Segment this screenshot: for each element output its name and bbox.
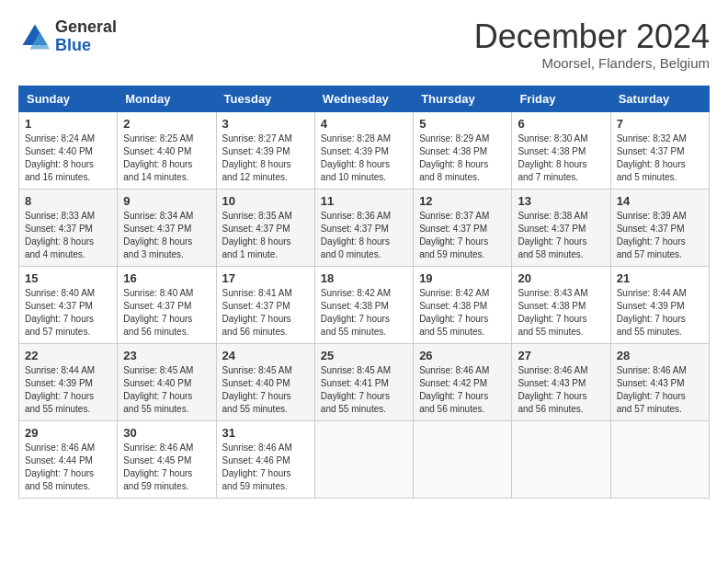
logo-icon	[18, 20, 51, 53]
calendar-week-row: 22Sunrise: 8:44 AMSunset: 4:39 PMDayligh…	[19, 343, 710, 420]
logo: General Blue	[18, 18, 117, 55]
day-info: Sunrise: 8:37 AMSunset: 4:37 PMDaylight:…	[419, 210, 506, 261]
weekday-header-monday: Monday	[118, 86, 216, 111]
day-number: 1	[25, 117, 111, 131]
day-number: 4	[321, 117, 407, 131]
calendar-cell: 15Sunrise: 8:40 AMSunset: 4:37 PMDayligh…	[19, 266, 118, 343]
day-number: 24	[222, 349, 309, 362]
day-number: 3	[222, 117, 309, 131]
day-info: Sunrise: 8:45 AMSunset: 4:40 PMDaylight:…	[123, 364, 210, 416]
day-number: 10	[222, 194, 309, 208]
day-number: 14	[617, 194, 703, 208]
day-info: Sunrise: 8:29 AMSunset: 4:38 PMDaylight:…	[419, 132, 506, 184]
calendar-cell: 22Sunrise: 8:44 AMSunset: 4:39 PMDayligh…	[19, 343, 118, 420]
day-info: Sunrise: 8:41 AMSunset: 4:37 PMDaylight:…	[222, 287, 309, 339]
calendar-cell: 5Sunrise: 8:29 AMSunset: 4:38 PMDaylight…	[414, 111, 512, 189]
day-number: 13	[518, 194, 604, 208]
day-info: Sunrise: 8:46 AMSunset: 4:45 PMDaylight:…	[123, 442, 210, 493]
day-info: Sunrise: 8:42 AMSunset: 4:38 PMDaylight:…	[321, 287, 407, 339]
day-info: Sunrise: 8:24 AMSunset: 4:40 PMDaylight:…	[25, 132, 111, 184]
calendar-cell: 14Sunrise: 8:39 AMSunset: 4:37 PMDayligh…	[610, 189, 709, 266]
day-number: 11	[321, 194, 407, 208]
weekday-header-thursday: Thursday	[414, 86, 512, 111]
calendar-cell	[610, 420, 709, 498]
day-number: 27	[518, 349, 604, 362]
calendar-week-row: 15Sunrise: 8:40 AMSunset: 4:37 PMDayligh…	[19, 266, 710, 343]
month-title: December 2024	[474, 18, 710, 55]
title-area: December 2024 Moorsel, Flanders, Belgium	[474, 18, 710, 71]
day-info: Sunrise: 8:45 AMSunset: 4:41 PMDaylight:…	[321, 364, 407, 416]
calendar-cell: 25Sunrise: 8:45 AMSunset: 4:41 PMDayligh…	[314, 343, 413, 420]
calendar-table: SundayMondayTuesdayWednesdayThursdayFrid…	[18, 86, 710, 499]
calendar-cell: 19Sunrise: 8:42 AMSunset: 4:38 PMDayligh…	[414, 266, 512, 343]
day-number: 17	[222, 271, 309, 285]
calendar-cell	[314, 420, 413, 498]
calendar-cell: 2Sunrise: 8:25 AMSunset: 4:40 PMDaylight…	[118, 111, 216, 189]
calendar-cell	[414, 420, 512, 498]
day-number: 31	[222, 426, 309, 440]
day-number: 16	[123, 271, 210, 285]
day-number: 22	[25, 349, 111, 362]
calendar-cell: 30Sunrise: 8:46 AMSunset: 4:45 PMDayligh…	[118, 420, 216, 498]
calendar-week-row: 1Sunrise: 8:24 AMSunset: 4:40 PMDaylight…	[19, 111, 710, 189]
day-info: Sunrise: 8:30 AMSunset: 4:38 PMDaylight:…	[518, 132, 604, 184]
day-info: Sunrise: 8:42 AMSunset: 4:38 PMDaylight:…	[419, 287, 506, 339]
calendar-week-row: 8Sunrise: 8:33 AMSunset: 4:37 PMDaylight…	[19, 189, 710, 266]
day-info: Sunrise: 8:43 AMSunset: 4:38 PMDaylight:…	[518, 287, 604, 339]
calendar-cell: 4Sunrise: 8:28 AMSunset: 4:39 PMDaylight…	[314, 111, 413, 189]
calendar-cell: 6Sunrise: 8:30 AMSunset: 4:38 PMDaylight…	[512, 111, 610, 189]
day-number: 15	[25, 271, 111, 285]
day-info: Sunrise: 8:33 AMSunset: 4:37 PMDaylight:…	[25, 210, 111, 261]
day-info: Sunrise: 8:46 AMSunset: 4:43 PMDaylight:…	[617, 364, 703, 416]
day-info: Sunrise: 8:28 AMSunset: 4:39 PMDaylight:…	[321, 132, 407, 184]
day-info: Sunrise: 8:34 AMSunset: 4:37 PMDaylight:…	[123, 210, 210, 261]
day-info: Sunrise: 8:45 AMSunset: 4:40 PMDaylight:…	[222, 364, 309, 416]
calendar-cell: 1Sunrise: 8:24 AMSunset: 4:40 PMDaylight…	[19, 111, 118, 189]
calendar-cell: 29Sunrise: 8:46 AMSunset: 4:44 PMDayligh…	[19, 420, 118, 498]
calendar-cell: 23Sunrise: 8:45 AMSunset: 4:40 PMDayligh…	[118, 343, 216, 420]
calendar-cell: 10Sunrise: 8:35 AMSunset: 4:37 PMDayligh…	[216, 189, 314, 266]
calendar-cell: 24Sunrise: 8:45 AMSunset: 4:40 PMDayligh…	[216, 343, 314, 420]
day-number: 20	[518, 271, 604, 285]
weekday-header-friday: Friday	[512, 86, 610, 111]
day-info: Sunrise: 8:27 AMSunset: 4:39 PMDaylight:…	[222, 132, 309, 184]
weekday-header-sunday: Sunday	[19, 86, 118, 111]
day-info: Sunrise: 8:40 AMSunset: 4:37 PMDaylight:…	[123, 287, 210, 339]
day-number: 30	[123, 426, 210, 440]
logo-text: General Blue	[55, 18, 117, 55]
calendar-cell: 8Sunrise: 8:33 AMSunset: 4:37 PMDaylight…	[19, 189, 118, 266]
weekday-header-tuesday: Tuesday	[216, 86, 314, 111]
calendar-cell: 18Sunrise: 8:42 AMSunset: 4:38 PMDayligh…	[314, 266, 413, 343]
day-info: Sunrise: 8:46 AMSunset: 4:43 PMDaylight:…	[518, 364, 604, 416]
calendar-cell: 28Sunrise: 8:46 AMSunset: 4:43 PMDayligh…	[610, 343, 709, 420]
day-number: 9	[123, 194, 210, 208]
calendar-cell: 3Sunrise: 8:27 AMSunset: 4:39 PMDaylight…	[216, 111, 314, 189]
calendar-cell: 26Sunrise: 8:46 AMSunset: 4:42 PMDayligh…	[414, 343, 512, 420]
day-number: 6	[518, 117, 604, 131]
calendar-cell: 16Sunrise: 8:40 AMSunset: 4:37 PMDayligh…	[118, 266, 216, 343]
weekday-header-row: SundayMondayTuesdayWednesdayThursdayFrid…	[19, 86, 710, 111]
day-info: Sunrise: 8:46 AMSunset: 4:42 PMDaylight:…	[419, 364, 506, 416]
day-number: 5	[419, 117, 506, 131]
day-info: Sunrise: 8:40 AMSunset: 4:37 PMDaylight:…	[25, 287, 111, 339]
day-number: 19	[419, 271, 506, 285]
day-number: 8	[25, 194, 111, 208]
day-info: Sunrise: 8:46 AMSunset: 4:46 PMDaylight:…	[222, 442, 309, 493]
calendar-cell: 9Sunrise: 8:34 AMSunset: 4:37 PMDaylight…	[118, 189, 216, 266]
calendar-cell: 17Sunrise: 8:41 AMSunset: 4:37 PMDayligh…	[216, 266, 314, 343]
day-info: Sunrise: 8:25 AMSunset: 4:40 PMDaylight:…	[123, 132, 210, 184]
calendar-cell: 27Sunrise: 8:46 AMSunset: 4:43 PMDayligh…	[512, 343, 610, 420]
day-info: Sunrise: 8:44 AMSunset: 4:39 PMDaylight:…	[25, 364, 111, 416]
day-number: 7	[617, 117, 703, 131]
calendar-cell	[512, 420, 610, 498]
day-number: 2	[123, 117, 210, 131]
day-number: 12	[419, 194, 506, 208]
calendar-week-row: 29Sunrise: 8:46 AMSunset: 4:44 PMDayligh…	[19, 420, 710, 498]
day-number: 26	[419, 349, 506, 362]
calendar-cell: 13Sunrise: 8:38 AMSunset: 4:37 PMDayligh…	[512, 189, 610, 266]
calendar-cell: 21Sunrise: 8:44 AMSunset: 4:39 PMDayligh…	[610, 266, 709, 343]
weekday-header-saturday: Saturday	[610, 86, 709, 111]
day-number: 29	[25, 426, 111, 440]
calendar-cell: 11Sunrise: 8:36 AMSunset: 4:37 PMDayligh…	[314, 189, 413, 266]
page-header: General Blue December 2024 Moorsel, Flan…	[18, 18, 710, 71]
